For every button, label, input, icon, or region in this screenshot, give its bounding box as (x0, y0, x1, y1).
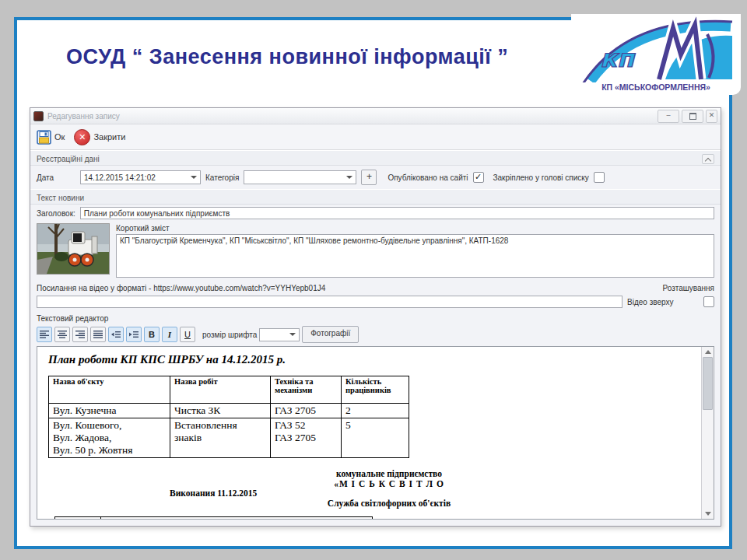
category-combobox[interactable] (244, 170, 356, 184)
date-combobox[interactable]: 14.12.2015 14:21:02 (80, 170, 201, 184)
restore-icon (689, 113, 696, 120)
video-top-checkbox[interactable] (703, 296, 714, 307)
headline-input[interactable]: Плани роботи комунальних підприємств (80, 207, 714, 219)
dropdown-arrow-icon (289, 333, 296, 336)
close-button[interactable]: ✕ (706, 110, 717, 123)
column-header: Назва робіт (170, 376, 271, 404)
main-toolbar: Ок ✕ Закрити (30, 124, 721, 150)
align-left-button[interactable] (37, 327, 52, 342)
company-logo: кп КП «МІСЬКОФОРМЛЕННЯ» (571, 14, 741, 95)
document-heading: План роботи КП КПС ШРБУ на 14.12.2015 р. (48, 353, 701, 366)
scroll-down-icon[interactable] (705, 512, 711, 516)
indent-button[interactable] (126, 327, 142, 342)
restore-button[interactable] (682, 110, 703, 123)
table-cell: Встановлення знаків (170, 418, 271, 458)
slide-title: ОСУД “ Занесення новинної інформації ” (66, 45, 508, 69)
document-canvas[interactable]: План роботи КП КПС ШРБУ на 14.12.2015 р.… (37, 347, 701, 519)
collapse-chevron-icon[interactable] (702, 154, 714, 164)
window-title: Редагування запису (47, 112, 120, 121)
ok-button[interactable]: Ок (35, 128, 69, 146)
video-label-row: Посилання на відео у форматі - https://w… (30, 279, 721, 294)
summary-row: Короткий зміст КП "Благоустрій Кременчук… (30, 222, 721, 279)
table-cell: Місце роботи: (55, 517, 101, 520)
window-bottom-edge (30, 520, 721, 526)
svg-text:кп: кп (600, 44, 636, 73)
news-section-header: Текст новини (30, 189, 721, 205)
placement-label: Розташування (662, 284, 714, 292)
column-header: Назва об'єкту (49, 376, 170, 404)
date-label: Дата (37, 173, 75, 182)
summary-textarea[interactable]: КП "Благоустрій Кременчука", КП "Міськсв… (116, 234, 714, 278)
table-row: Вул. Кузнечна Чистка ЗК ГАЗ 2705 2 (49, 404, 409, 418)
video-link-label: Посилання на відео у форматі - https://w… (37, 284, 325, 292)
table-cell: Вул. Кузнечна (49, 404, 170, 418)
service-line: Служба світлофорних об'єктів (245, 499, 533, 508)
org-name-line2: «М І С Ь К С В І Т Л О (245, 479, 533, 488)
video-input-row: Відео зверху (30, 294, 721, 310)
align-right-icon (75, 331, 85, 338)
close-tool-button[interactable]: ✕ Закрити (72, 128, 130, 147)
registration-section-header: Реєстраційні дані (30, 150, 721, 166)
table-cell: Вул. Кошевого, Вул. Жадова, Вул. 50 р. Ж… (49, 418, 170, 458)
align-center-icon (58, 331, 67, 338)
published-label: Опубліковано на сайті (388, 173, 468, 182)
column-header: Кількість працівників (342, 376, 409, 404)
table-row: Місце роботи: Світлофорні об'єкти м. Кре… (55, 517, 373, 520)
logo-graphic: кп (572, 14, 740, 82)
published-checkbox[interactable]: ✓ (473, 172, 484, 183)
table-cell: Світлофорні об'єкти м. Кременчука (101, 517, 373, 520)
add-category-button[interactable]: + (361, 170, 377, 185)
window-icon (33, 111, 44, 121)
photos-button[interactable]: Фотографії (302, 326, 359, 343)
align-justify-button[interactable] (90, 327, 106, 342)
pinned-checkbox[interactable] (594, 172, 605, 183)
window-controls: – ✕ (658, 110, 717, 123)
font-size-label: розмір шрифта (202, 331, 257, 339)
registration-row: Дата 14.12.2015 14:21:02 Категорія + Опу… (30, 166, 721, 189)
bold-button[interactable]: B (144, 327, 160, 342)
scroll-up-icon[interactable] (705, 350, 711, 354)
headline-label: Заголовок: (37, 209, 75, 218)
table-cell: ГАЗ 52 ГАЗ 2705 (271, 418, 342, 458)
date-value: 14.12.2015 14:21:02 (84, 173, 156, 182)
video-link-input[interactable] (37, 296, 622, 308)
italic-button[interactable]: I (162, 327, 177, 342)
ok-label: Ок (54, 132, 65, 142)
align-center-button[interactable] (54, 327, 70, 342)
close-label: Закрити (93, 132, 125, 142)
editor-section-row: Текстовий редактор (30, 310, 721, 324)
editor-toolbar: B I U розмір шрифта Фотографії (30, 324, 721, 345)
editor-area: План роботи КП КПС ШРБУ на 14.12.2015 р.… (37, 346, 714, 520)
close-x-icon: ✕ (74, 129, 90, 145)
news-photo-thumbnail[interactable] (37, 223, 110, 275)
window-titlebar[interactable]: Редагування запису – ✕ (30, 108, 721, 124)
font-size-combobox[interactable] (259, 328, 300, 341)
edit-record-window: Редагування запису – ✕ Ок ✕ Закрити Реєс… (30, 107, 721, 527)
table-cell: 2 (342, 404, 409, 418)
traffic-lights-table: Місце роботи: Світлофорні об'єкти м. Кре… (54, 516, 373, 519)
align-justify-icon (93, 331, 103, 338)
underline-button[interactable]: U (180, 327, 195, 342)
dropdown-arrow-icon (191, 176, 197, 179)
registration-section-label: Реєстраційні дані (37, 155, 100, 163)
logo-caption: КП «МІСЬКОФОРМЛЕННЯ» (571, 82, 741, 92)
headline-row: Заголовок: Плани роботи комунальних підп… (30, 205, 721, 222)
table-row: Вул. Кошевого, Вул. Жадова, Вул. 50 р. Ж… (49, 418, 409, 458)
org-name-line1: комунальне підприємство (245, 469, 533, 478)
minimize-button[interactable]: – (658, 110, 679, 123)
table-cell: Чистка ЗК (170, 404, 271, 418)
outdent-button[interactable] (108, 327, 124, 342)
indent-icon (129, 331, 139, 338)
category-label: Категорія (205, 173, 239, 182)
column-header: Техніка та механізми (271, 376, 342, 404)
align-right-button[interactable] (72, 327, 88, 342)
document-lower-block: комунальне підприємство «М І С Ь К С В І… (47, 469, 701, 513)
video-top-label: Відео зверху (627, 298, 699, 306)
table-header-row: Назва об'єкту Назва робіт Техніка та мех… (49, 376, 409, 404)
scrollbar-thumb[interactable] (703, 357, 713, 410)
table-cell: 5 (342, 418, 409, 458)
vertical-scrollbar[interactable] (701, 347, 714, 519)
editor-section-label: Текстовий редактор (37, 314, 108, 323)
table-cell: ГАЗ 2705 (271, 404, 342, 418)
summary-label: Короткий зміст (116, 224, 714, 233)
